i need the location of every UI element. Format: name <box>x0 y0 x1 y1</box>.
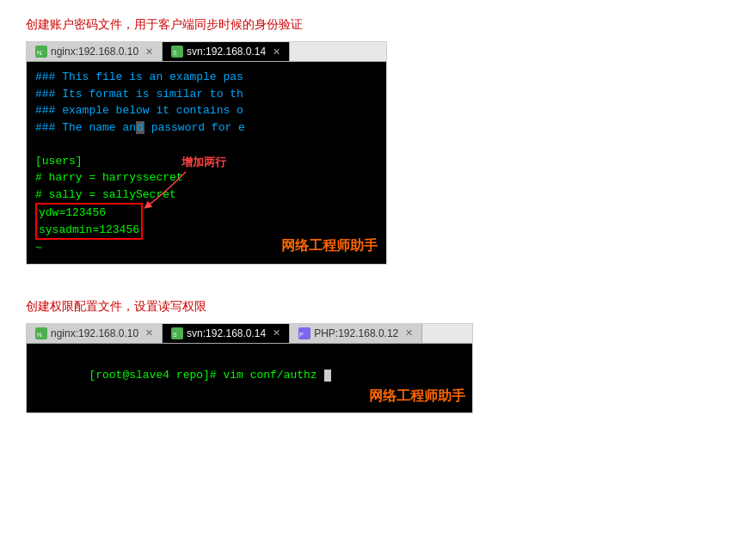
line-sysadmin: sysadmin=123456 <box>39 222 139 239</box>
terminal-1-body: ### This file is an example pas ### Its … <box>27 62 386 264</box>
svg-text:P: P <box>299 332 304 338</box>
svn-icon-2: S <box>171 327 183 339</box>
line-sally: # sally = sallySecret <box>35 186 378 204</box>
tab-php-label: PHP:192.168.0.12 <box>314 327 398 339</box>
line-harry: # harry = harryssecret <box>35 169 378 186</box>
tab-php[interactable]: P PHP:192.168.0.12 ✕ <box>290 324 422 343</box>
terminal-1: N nginx:192.168.0.10 ✕ S svn:192.168.0.1… <box>26 41 387 265</box>
tab-svn-2[interactable]: S svn:192.168.0.14 ✕ <box>163 324 290 343</box>
svn-icon-1: S <box>171 46 183 58</box>
tab-svn-2-close[interactable]: ✕ <box>273 327 280 339</box>
line-1: ### This file is an example pas <box>35 69 378 86</box>
tab-nginx-2-label: nginx:192.168.0.10 <box>51 327 138 339</box>
line-5 <box>35 136 378 153</box>
watermark-2: 网络工程师助手 <box>369 388 465 406</box>
svg-text:S: S <box>173 50 177 56</box>
line-3: ### example below it contains o <box>35 102 378 119</box>
section1: 创建账户密码文件，用于客户端同步时候的身份验证 N nginx:192.168.… <box>26 17 730 265</box>
svg-text:N: N <box>37 331 42 339</box>
section2-label: 创建权限配置文件，设置读写权限 <box>26 299 730 315</box>
nginx-icon: N <box>35 46 47 58</box>
tab-bar-2: N nginx:192.168.0.10 ✕ S svn:192.168.0.1… <box>27 324 472 344</box>
tab-svn-1[interactable]: S svn:192.168.0.14 ✕ <box>163 42 290 61</box>
nginx-icon-2: N <box>35 327 47 339</box>
tab-nginx-1-close[interactable]: ✕ <box>145 46 153 58</box>
annotation-add-lines: 增加两行 <box>181 155 226 170</box>
cursor <box>324 370 331 382</box>
terminal-2: N nginx:192.168.0.10 ✕ S svn:192.168.0.1… <box>26 323 473 413</box>
terminal-2-body: [root@slave4 repo]# vim conf/authz 网络工程师… <box>27 344 472 412</box>
tab-bar-1: N nginx:192.168.0.10 ✕ S svn:192.168.0.1… <box>27 42 386 62</box>
tab-nginx-1[interactable]: N nginx:192.168.0.10 ✕ <box>27 42 163 61</box>
php-icon: P <box>298 327 310 339</box>
tab-nginx-2-close[interactable]: ✕ <box>145 327 153 339</box>
tab-nginx-1-label: nginx:192.168.0.10 <box>51 46 138 58</box>
tab-svn-1-close[interactable]: ✕ <box>273 46 280 58</box>
tab-php-close[interactable]: ✕ <box>405 327 413 339</box>
line-2: ### Its format is similar to th <box>35 86 378 103</box>
watermark-1: 网络工程师助手 <box>281 237 378 255</box>
line-4: ### The name and password for e <box>35 119 378 137</box>
tab-nginx-2[interactable]: N nginx:192.168.0.10 ✕ <box>27 324 163 343</box>
svg-text:N: N <box>37 49 42 57</box>
tab-svn-1-label: svn:192.168.0.14 <box>187 46 266 58</box>
svg-text:S: S <box>173 332 177 338</box>
arrow-svg <box>138 168 190 211</box>
line-ydw: ydw=123456 <box>39 205 139 222</box>
tab-svn-2-label: svn:192.168.0.14 <box>187 327 266 339</box>
section1-label: 创建账户密码文件，用于客户端同步时候的身份验证 <box>26 17 730 33</box>
section2: 创建权限配置文件，设置读写权限 N nginx:192.168.0.10 ✕ S… <box>26 299 730 413</box>
